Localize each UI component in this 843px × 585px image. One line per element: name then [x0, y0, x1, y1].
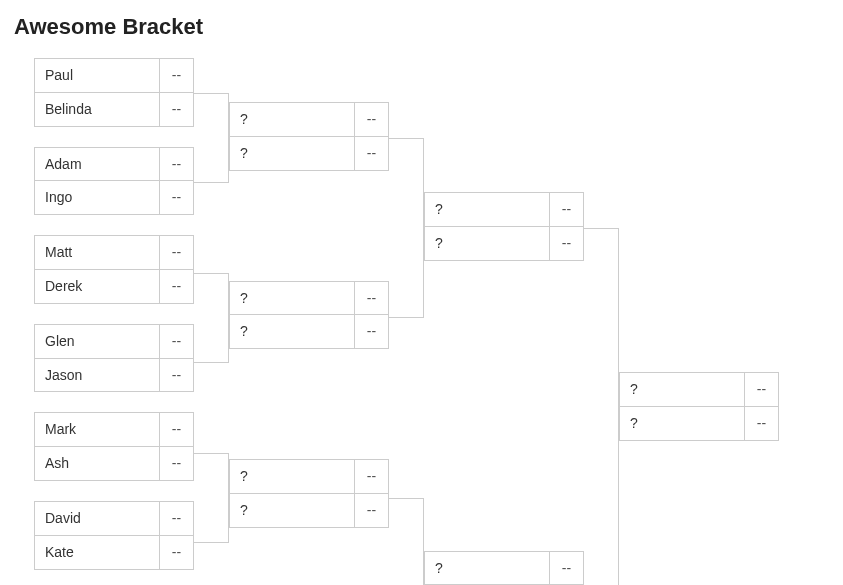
match-slot[interactable]: ? -- [229, 315, 389, 349]
player-score: -- [159, 412, 194, 447]
player-name: ? [229, 137, 354, 171]
match: ? -- ? -- [229, 102, 389, 171]
match-slot[interactable]: Glen -- [34, 324, 194, 359]
match: ? -- ? -- [229, 281, 389, 350]
page-title: Awesome Bracket [14, 14, 829, 40]
player-name: ? [229, 315, 354, 349]
match-slot[interactable]: ? -- [424, 192, 584, 227]
match: ? -- ? -- [619, 372, 779, 441]
match-slot[interactable]: Adam -- [34, 147, 194, 182]
player-score: -- [354, 315, 389, 349]
match: Glen -- Jason -- [34, 324, 194, 393]
player-name: Paul [34, 58, 159, 93]
match-slot[interactable]: ? -- [229, 137, 389, 171]
player-score: -- [159, 235, 194, 270]
match-slot[interactable]: ? -- [619, 407, 779, 441]
player-score: -- [354, 102, 389, 137]
bracket-connector [389, 138, 424, 585]
match-slot[interactable]: ? -- [424, 227, 584, 261]
player-score: -- [159, 447, 194, 481]
match: ? -- ? -- [424, 551, 584, 585]
player-name: Ash [34, 447, 159, 481]
match-slot[interactable]: Ingo -- [34, 181, 194, 215]
player-score: -- [159, 536, 194, 570]
player-name: Kate [34, 536, 159, 570]
player-score: -- [354, 459, 389, 494]
player-name: Belinda [34, 93, 159, 127]
player-name: ? [229, 102, 354, 137]
player-score: -- [354, 137, 389, 171]
player-name: ? [619, 407, 744, 441]
round-4: ? -- ? -- [619, 372, 779, 441]
player-score: -- [159, 147, 194, 182]
match-slot[interactable]: ? -- [229, 494, 389, 528]
player-name: David [34, 501, 159, 536]
match-slot[interactable]: Ash -- [34, 447, 194, 481]
player-name: Glen [34, 324, 159, 359]
match-slot[interactable]: ? -- [619, 372, 779, 407]
match-slot[interactable]: David -- [34, 501, 194, 536]
player-score: -- [159, 58, 194, 93]
player-score: -- [549, 192, 584, 227]
match-slot[interactable]: ? -- [229, 281, 389, 316]
player-name: ? [619, 372, 744, 407]
match: David -- Kate -- [34, 501, 194, 570]
round-2: ? -- ? -- ? -- ? -- ? -- ? [229, 102, 389, 528]
player-name: ? [229, 281, 354, 316]
bracket-connector [194, 93, 229, 543]
player-score: -- [549, 551, 584, 585]
round-3: ? -- ? -- ? -- ? -- [424, 192, 584, 585]
match: Paul -- Belinda -- [34, 58, 194, 127]
bracket: Paul -- Belinda -- Adam -- Ingo -- Matt … [34, 58, 829, 585]
player-score: -- [159, 501, 194, 536]
match-slot[interactable]: ? -- [229, 459, 389, 494]
match-slot[interactable]: Derek -- [34, 270, 194, 304]
player-name: Adam [34, 147, 159, 182]
match-slot[interactable]: Paul -- [34, 58, 194, 93]
bracket-connector [584, 228, 619, 585]
player-name: Ingo [34, 181, 159, 215]
player-score: -- [159, 324, 194, 359]
player-name: ? [424, 551, 549, 585]
match-slot[interactable]: ? -- [424, 551, 584, 585]
round-1: Paul -- Belinda -- Adam -- Ingo -- Matt … [34, 58, 194, 570]
match: Matt -- Derek -- [34, 235, 194, 304]
match-slot[interactable]: ? -- [229, 102, 389, 137]
player-score: -- [159, 270, 194, 304]
match: ? -- ? -- [229, 459, 389, 528]
player-name: Jason [34, 359, 159, 393]
player-name: Matt [34, 235, 159, 270]
match: Adam -- Ingo -- [34, 147, 194, 216]
player-score: -- [549, 227, 584, 261]
player-name: ? [229, 459, 354, 494]
player-score: -- [744, 372, 779, 407]
player-score: -- [159, 359, 194, 393]
match-slot[interactable]: Belinda -- [34, 93, 194, 127]
player-name: Mark [34, 412, 159, 447]
player-name: ? [424, 192, 549, 227]
player-score: -- [159, 181, 194, 215]
match-slot[interactable]: Mark -- [34, 412, 194, 447]
player-score: -- [354, 494, 389, 528]
match: ? -- ? -- [424, 192, 584, 261]
player-name: ? [229, 494, 354, 528]
player-score: -- [159, 93, 194, 127]
match-slot[interactable]: Jason -- [34, 359, 194, 393]
player-name: Derek [34, 270, 159, 304]
player-name: ? [424, 227, 549, 261]
match-slot[interactable]: Matt -- [34, 235, 194, 270]
match: Mark -- Ash -- [34, 412, 194, 481]
player-score: -- [354, 281, 389, 316]
player-score: -- [744, 407, 779, 441]
match-slot[interactable]: Kate -- [34, 536, 194, 570]
